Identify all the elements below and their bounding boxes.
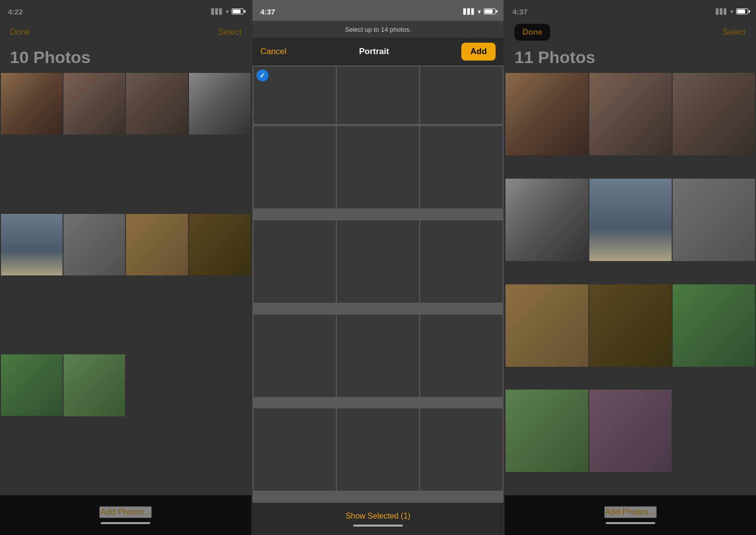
picker-partial-cell[interactable] [337,67,419,124]
picker-partial-cell[interactable]: ✓ [253,67,336,124]
left-photo-count: 10 Photos [0,46,252,72]
picker-top-partial: ✓ [252,66,504,125]
middle-signal-icon: ▋▋▋ [463,8,475,15]
left-done-button[interactable]: Done [10,27,30,37]
right-photo-grid [504,72,756,495]
left-status-bar: 4:22 ▋▋▋ ▾ [0,0,252,21]
middle-time: 4:37 [260,7,275,16]
picker-cell[interactable] [337,315,419,397]
picker-limit-text: Select up to 14 photos. [345,26,411,33]
photo-cell[interactable] [63,214,125,275]
right-photo-count: 11 Photos [504,46,756,72]
photo-cell[interactable] [505,284,588,367]
right-status-bar: 4:37 ▋▋▋ ▾ [504,0,756,21]
right-wifi-icon: ▾ [730,8,734,15]
middle-panel: 4:37 ▋▋▋ ▾ Select up to 14 photos. Cance… [252,0,504,535]
right-done-button[interactable]: Done [514,24,550,41]
middle-battery-icon [484,8,496,14]
picker-cell[interactable] [420,408,503,491]
photo-cell[interactable] [126,73,188,134]
middle-status-icons: ▋▋▋ ▾ [463,8,496,15]
photo-cell[interactable] [1,354,63,416]
right-bottom-bar: Add Photos... [504,495,756,535]
right-status-icons: ▋▋▋ ▾ [716,8,748,15]
middle-home-indicator [353,525,403,527]
picker-main-grid [252,125,504,503]
picker-cell[interactable] [337,126,419,208]
picker-limit-header: Select up to 14 photos. [252,21,504,38]
photo-cell[interactable] [189,73,251,134]
picker-cell[interactable] [253,408,336,491]
show-selected-button[interactable]: Show Selected (1) [346,512,411,521]
photo-cell[interactable] [63,354,125,416]
picker-cell[interactable] [337,220,419,303]
left-add-photos-button[interactable]: Add Photos... [99,506,152,518]
picker-cancel-button[interactable]: Cancel [260,47,287,57]
picker-cell[interactable] [253,315,336,397]
right-battery-icon [736,8,748,14]
photo-cell[interactable] [673,179,755,261]
photo-cell[interactable] [1,73,63,134]
photo-cell[interactable] [63,73,125,134]
right-select-button[interactable]: Select [723,27,746,37]
picker-title: Portrait [359,47,389,57]
right-home-indicator [606,522,655,524]
right-nav-bar: Done Select [504,21,756,46]
photo-cell[interactable] [589,390,672,472]
picker-cell[interactable] [253,126,336,208]
picker-cell[interactable] [420,126,503,208]
selection-checkmark: ✓ [256,69,268,81]
photo-cell[interactable] [673,284,755,367]
right-add-photos-button[interactable]: Add Photos... [604,506,657,518]
picker-bottom-bar: Show Selected (1) [252,503,504,535]
left-battery-icon [232,8,244,14]
picker-cell[interactable] [420,315,503,397]
picker-cell[interactable] [253,220,336,303]
photo-cell[interactable] [673,73,755,155]
right-signal-icon: ▋▋▋ [716,8,728,15]
photo-cell[interactable] [589,73,672,155]
photo-cell[interactable] [505,179,588,261]
picker-add-button[interactable]: Add [461,43,496,61]
middle-status-bar: 4:37 ▋▋▋ ▾ [252,0,504,21]
photo-cell[interactable] [589,179,672,261]
photo-cell[interactable] [589,284,672,367]
right-panel: 4:37 ▋▋▋ ▾ Done Select 11 Photos Add Pho… [504,0,756,535]
picker-nav: Cancel Portrait Add [252,38,504,66]
right-time: 4:37 [512,7,527,16]
left-home-indicator [101,522,150,524]
left-photo-grid [0,72,252,495]
left-bottom-bar: Add Photos... [0,495,252,535]
picker-partial-cell[interactable] [420,67,503,124]
photo-cell[interactable] [126,214,188,275]
photo-cell[interactable] [1,214,63,275]
picker-cell[interactable] [420,220,503,303]
left-panel: 4:22 ▋▋▋ ▾ Done Select 10 Photos Add Pho… [0,0,252,535]
left-nav-bar: Done Select [0,21,252,46]
left-signal-icon: ▋▋▋ [211,8,223,15]
left-select-button[interactable]: Select [218,27,241,37]
picker-cell[interactable] [337,408,419,491]
photo-cell[interactable] [505,73,588,155]
left-wifi-icon: ▾ [226,8,229,15]
photo-cell[interactable] [505,390,588,472]
left-status-icons: ▋▋▋ ▾ [211,8,244,15]
left-time: 4:22 [8,7,23,16]
photo-cell[interactable] [189,214,251,275]
middle-wifi-icon: ▾ [478,8,481,15]
